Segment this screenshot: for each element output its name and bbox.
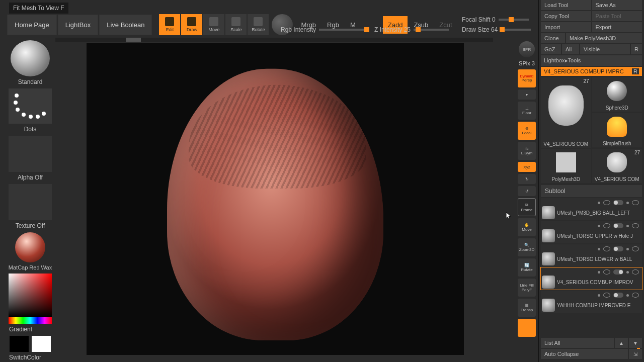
texture-slot[interactable] [9,184,52,220]
rotate-tool[interactable]: Rotate [248,14,269,35]
goz-button[interactable]: GoZ [541,44,561,54]
subtool-header[interactable]: Subtool [541,185,642,197]
frame-button[interactable]: ⧉Frame [518,198,536,216]
tool-thumb-2[interactable]: SimpleBrush [592,113,642,147]
home-page-button[interactable]: Home Page [7,15,57,35]
rot-ccw[interactable]: ↺ [518,186,536,196]
eye2-icon[interactable] [632,293,639,298]
subtool-item[interactable]: UMesh_TORSO UPPER w Hole J [541,221,642,243]
zoom3d-button[interactable]: 🔍Zoom3D [518,238,536,256]
ghost-button[interactable] [518,319,536,337]
local-label: Local [522,131,531,135]
subtool-toggle[interactable] [613,269,623,275]
tool-thumb-0[interactable]: 27 V4_SERIOUS COM [541,77,591,148]
eye2-icon[interactable] [632,200,639,205]
collapse-toggle-button[interactable]: ⇲ [629,349,642,359]
swatch-black[interactable] [10,336,29,352]
move-tool[interactable]: Move [203,14,224,35]
eye2-icon[interactable] [632,269,639,275]
paste-tool-button[interactable]: Paste Tool [592,11,642,21]
tool-thumb-1[interactable]: Sphere3D [592,77,642,112]
move-label: Move [208,27,219,32]
eye-icon[interactable] [603,200,610,205]
tool-thumb-4[interactable]: 27 V4_SERIOUS COM [592,149,642,183]
stroke-label: Dots [24,126,37,133]
alpha-slot[interactable] [9,136,52,172]
subtool-toggle[interactable] [613,200,623,205]
eye2-icon[interactable] [632,246,639,251]
eye-icon[interactable] [603,269,610,275]
material-preview[interactable] [15,232,45,262]
subtool-toggle[interactable] [613,293,623,298]
rgb-intensity-slider[interactable]: Rgb Intensity [281,26,369,33]
move-view-button[interactable]: ✋Move [518,218,536,236]
hue-strip[interactable] [9,317,52,324]
viewport[interactable] [87,43,464,355]
brush-preview[interactable] [11,40,50,76]
subtool-up-button[interactable]: ▲ [615,338,628,348]
z-intensity-slider[interactable]: Z Intensity 25 [374,26,449,33]
color-picker[interactable] [9,274,52,317]
subtool-toggle[interactable] [613,223,623,228]
mouse-cursor [506,212,512,220]
lightbox-tools-button[interactable]: Lightbox▸Tools [541,55,642,66]
xyz-button[interactable]: Xyz [518,162,536,172]
subtool-down-button[interactable]: ▼ [629,338,642,348]
draw-size-slider[interactable]: Draw Size 64 [462,26,531,33]
z-intensity-label: Z Intensity 25 [374,26,411,33]
gradient-label[interactable]: Gradient [9,326,32,333]
tool-thumb-3[interactable]: PolyMesh3D [541,149,591,183]
bpr-button[interactable]: BPR [519,41,535,57]
scale-tool[interactable]: Scale [225,14,247,35]
tool-label-3: PolyMesh3D [541,176,591,182]
viewport-controls: BPR SPix 3 DynamicPersp ▾ ⊥Floor ⊕Local … [517,41,536,337]
left-panel: Standard Dots Alpha Off Texture Off MatC… [7,40,53,362]
linefill-button[interactable]: Line FillPolyF [518,279,536,297]
subtool-item[interactable]: UMesh_PM3D_BIG BALL_LEFT [541,198,642,220]
local-button[interactable]: ⊕Local [518,122,536,140]
save-as-button[interactable]: Save As [592,0,642,10]
list-all-button[interactable]: List All [541,338,614,348]
auto-collapse-button[interactable]: Auto Collapse [541,349,628,359]
export-button[interactable]: Export [592,22,642,32]
subtool-toggle[interactable] [613,246,623,251]
edit-label: Edit [166,27,174,32]
focal-shift-slider[interactable]: Focal Shift 0 [462,16,529,23]
floor-button[interactable]: ⊥Floor [518,102,536,120]
eye-icon[interactable] [603,223,610,228]
subtool-item[interactable]: UMesh_TORSO LOWER w BALL [541,244,642,266]
make-polymesh-button[interactable]: Make PolyMesh3D [566,33,642,43]
import-button[interactable]: Import [541,22,591,32]
eye2-icon[interactable] [632,223,639,228]
live-boolean-button[interactable]: Live Boolean [99,15,152,35]
active-tool-title[interactable]: V4_SERIOUS COMBUP IMPRC R [541,67,642,76]
switchcolor-button[interactable]: SwitchColor [9,354,41,361]
poly-dot-icon [626,202,629,204]
goz-visible-button[interactable]: Visible [580,44,630,54]
clone-button[interactable]: Clone [541,33,565,43]
goz-r-button[interactable]: R [631,44,642,54]
rot-cw[interactable]: ↻ [518,174,536,184]
load-tool-button[interactable]: Load Tool [541,0,591,10]
transp-button[interactable]: ▦Transp [518,299,536,317]
swatch-white[interactable] [32,336,51,352]
subtool-item[interactable]: YAHHH COMBUP IMPROVED E [541,291,642,313]
spix-label[interactable]: SPix 3 [519,60,535,66]
top-toolbar: Home Page LightBox Live Boolean Edit Dra… [7,14,537,35]
edit-tool[interactable]: Edit [159,14,180,35]
persp-expand[interactable]: ▾ [518,89,536,100]
stroke-preview[interactable] [9,88,52,124]
lightbox-button[interactable]: LightBox [58,15,99,35]
goz-all-button[interactable]: All [562,44,579,54]
linefill-label: Line Fill [520,283,534,288]
draw-size-label: Draw Size 64 [462,26,498,33]
persp-button[interactable]: DynamicPersp [518,69,536,87]
rotate-view-button[interactable]: 🔄Rotate [518,258,536,277]
transp-label: Transp [521,308,533,312]
copy-tool-button[interactable]: Copy Tool [541,11,591,21]
subtool-item[interactable]: V4_SERIOUS COMBUP IMPROV [541,267,642,290]
eye-icon[interactable] [603,246,610,251]
lsym-button[interactable]: ⇋L.Sym [518,142,536,160]
draw-tool[interactable]: Draw [181,14,202,35]
eye-icon[interactable] [603,293,610,298]
